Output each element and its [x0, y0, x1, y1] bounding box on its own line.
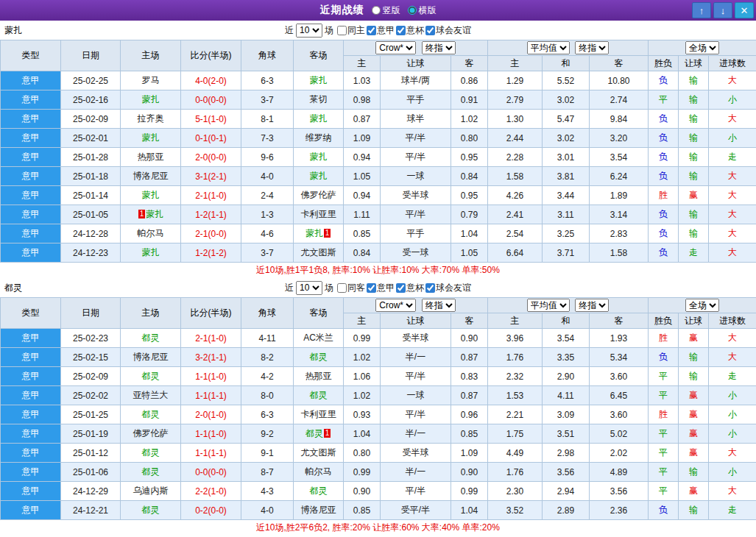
corner-count: 3-7 [241, 243, 294, 263]
title-group: 近期战绩 竖版 横版 [320, 4, 437, 17]
win-draw-loss-result: 平 [649, 90, 679, 110]
corner-count: 4-0 [241, 167, 294, 186]
win-draw-loss-result: 负 [649, 71, 679, 90]
team-name: 都灵 [142, 447, 160, 458]
team-name: 佛罗伦萨 [133, 428, 169, 438]
europe-final-select[interactable]: 终指 [575, 299, 609, 312]
goals-result: 走 [709, 148, 756, 167]
filter-checkbox[interactable] [425, 283, 435, 293]
away-team-cell: 卡利亚里 [294, 205, 344, 224]
europe-draw-odds: 3.81 [543, 167, 590, 186]
filter-checkbox[interactable] [337, 283, 347, 293]
goals-result: 大 [709, 224, 756, 243]
league-filter-group: 同主意甲意杯球会友谊 [336, 24, 471, 37]
odds-company-select[interactable]: Crow* [375, 41, 416, 54]
goals-result: 小 [709, 129, 756, 148]
team-name: 都灵 [142, 371, 160, 381]
europe-draw-odds: 3.02 [543, 90, 590, 110]
match-date: 24-12-21 [61, 501, 121, 520]
filter-checkbox-option[interactable]: 意杯 [396, 282, 424, 294]
match-score: 2-1(1-0) [181, 186, 241, 205]
match-date: 25-01-05 [61, 205, 121, 224]
filter-checkbox-option[interactable]: 意甲 [367, 282, 395, 294]
match-date: 25-01-25 [61, 405, 121, 424]
europe-average-select[interactable]: 平均值 [527, 41, 570, 54]
filter-checkbox-option[interactable]: 球会友谊 [425, 24, 471, 37]
scope-controls: 全场 [649, 298, 756, 313]
match-count-select[interactable]: 10 [296, 281, 322, 295]
col-handicap-home: 主 [344, 313, 381, 329]
corner-count: 9-1 [241, 444, 294, 463]
col-handicap-line: 让球 [381, 313, 451, 329]
match-score: 1-1(1-1) [181, 386, 241, 405]
europe-away-odds: 3.60 [590, 405, 649, 424]
col-europe-home: 主 [488, 313, 543, 329]
europe-final-select[interactable]: 终指 [575, 41, 609, 54]
match-row: 意甲25-02-09拉齐奥5-1(1-0)8-1蒙扎0.87球半1.021.30… [1, 110, 756, 129]
home-team-cell: 佛罗伦萨 [121, 424, 181, 444]
horizontal-layout-radio[interactable] [408, 6, 417, 15]
scope-select[interactable]: 全场 [685, 299, 719, 312]
europe-home-odds: 3.96 [488, 329, 543, 348]
layout-option-vertical[interactable]: 竖版 [372, 4, 400, 17]
layout-option-horizontal[interactable]: 横版 [408, 4, 437, 17]
odds-company-select[interactable]: Crow* [375, 299, 416, 312]
match-score: 1-1(1-0) [181, 367, 241, 386]
handicap-line: 平/半 [381, 129, 451, 148]
handicap-result: 赢 [679, 405, 709, 424]
odds-final-select[interactable]: 终指 [422, 299, 456, 312]
col-date: 日期 [61, 40, 121, 71]
odds-final-select[interactable]: 终指 [422, 41, 456, 54]
match-count-select[interactable]: 10 [296, 24, 322, 38]
filter-checkbox[interactable] [425, 26, 435, 35]
europe-away-odds: 3.60 [590, 367, 649, 386]
team-name: 尤文图斯 [301, 247, 336, 257]
team-name: 帕尔马 [305, 466, 332, 477]
europe-draw-odds: 3.56 [543, 463, 590, 482]
match-date: 24-12-23 [61, 243, 121, 263]
goals-result: 大 [709, 205, 756, 224]
match-score: 0-2(0-0) [181, 501, 241, 520]
games-label: 场 [325, 24, 333, 37]
match-row: 意甲24-12-28帕尔马2-1(0-0)4-6蒙扎10.85平手1.042.5… [1, 224, 756, 243]
match-score: 2-0(1-0) [181, 405, 241, 424]
match-row: 意甲25-01-28热那亚2-0(0-0)9-6蒙扎0.94平/半0.952.2… [1, 148, 756, 167]
team-section: 都灵 近 10 场 同客意甲意杯球会友谊 类型 日期 主场 比分(半场) [0, 278, 756, 536]
titlebar-buttons: ↑ ↓ ✕ [692, 2, 754, 18]
match-score: 2-1(1-0) [181, 329, 241, 348]
filter-checkbox[interactable] [367, 26, 376, 35]
scroll-up-button[interactable]: ↑ [692, 2, 711, 18]
close-button[interactable]: ✕ [735, 2, 754, 18]
filter-checkbox[interactable] [367, 283, 376, 293]
filter-checkbox[interactable] [396, 283, 406, 293]
win-draw-loss-result: 负 [649, 205, 679, 224]
europe-home-odds: 3.52 [488, 501, 543, 520]
away-team-cell: 都灵 [294, 348, 344, 367]
filter-checkbox-option[interactable]: 意甲 [367, 24, 395, 37]
handicap-home-odds: 0.87 [344, 110, 381, 129]
team-section: 蒙扎 近 10 场 同主意甲意杯球会友谊 类型 日期 主场 比分(半场) [0, 21, 756, 278]
up-arrow-icon: ↑ [699, 5, 704, 16]
match-score: 0-0(0-0) [181, 463, 241, 482]
league-type-cell: 意甲 [1, 71, 61, 90]
home-team-cell: 1蒙扎 [121, 205, 181, 224]
europe-away-odds: 5.34 [590, 348, 649, 367]
filter-checkbox-option[interactable]: 同客 [337, 282, 365, 294]
europe-draw-odds: 2.98 [543, 444, 590, 463]
scope-select[interactable]: 全场 [685, 41, 719, 54]
filter-checkbox-option[interactable]: 球会友谊 [425, 282, 471, 294]
filter-checkbox-option[interactable]: 意杯 [396, 24, 424, 37]
handicap-line: 平/半 [381, 205, 451, 224]
europe-average-select[interactable]: 平均值 [527, 299, 570, 312]
away-team-cell: 都灵1 [294, 424, 344, 444]
filter-checkbox[interactable] [396, 26, 406, 35]
team-name: 帕尔马 [138, 228, 164, 238]
filter-checkbox[interactable] [337, 26, 347, 35]
filter-checkbox-option[interactable]: 同主 [337, 24, 365, 37]
scroll-down-button[interactable]: ↓ [713, 2, 732, 18]
away-team-cell: 蒙扎 [294, 71, 344, 90]
team-name: 罗马 [142, 75, 160, 85]
col-result: 胜负 [649, 56, 679, 71]
vertical-layout-radio[interactable] [372, 6, 381, 15]
corner-count: 4-3 [241, 482, 294, 501]
